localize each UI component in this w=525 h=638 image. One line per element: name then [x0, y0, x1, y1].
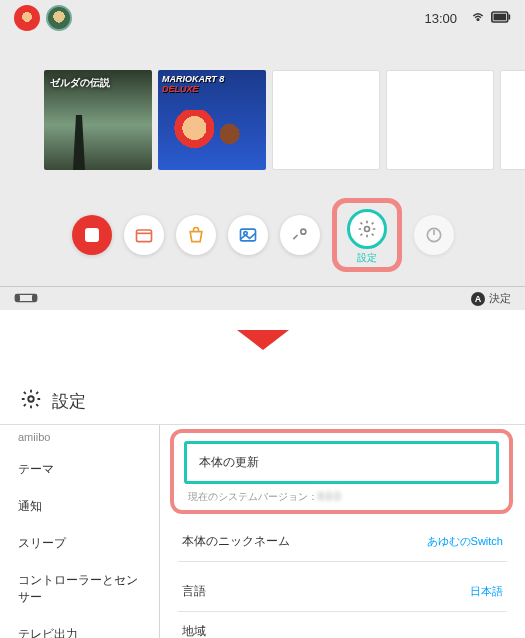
- status-bar: 13:00: [0, 0, 525, 36]
- system-update-row[interactable]: 本体の更新: [184, 441, 499, 484]
- arrow-divider: [0, 310, 525, 378]
- home-screen: 13:00 ゼルダの伝説 MARIOKART 8DELUXE: [0, 0, 525, 310]
- sidebar-item-theme[interactable]: テーマ: [0, 451, 159, 488]
- user-avatar-link[interactable]: [46, 5, 72, 31]
- game-tile-empty[interactable]: [386, 70, 494, 170]
- svg-rect-4: [136, 230, 151, 242]
- confirm-guide: A 決定: [471, 291, 511, 306]
- settings-label: 設定: [357, 251, 377, 265]
- online-button[interactable]: [72, 215, 112, 255]
- dock: 設定: [0, 180, 525, 286]
- footer-bar: A 決定: [0, 286, 525, 310]
- row-value: 日本語: [470, 584, 503, 599]
- svg-rect-11: [15, 294, 20, 301]
- sidebar-item-sleep[interactable]: スリープ: [0, 525, 159, 562]
- down-arrow-icon: [237, 330, 289, 350]
- settings-sidebar: amiibo テーマ 通知 スリープ コントローラーとセンサー テレビ出力 本体: [0, 425, 160, 638]
- game-title: MARIOKART 8DELUXE: [162, 74, 224, 94]
- version-text: 現在のシステムバージョン：8.0.0: [184, 490, 499, 504]
- page-title: 設定: [52, 390, 86, 413]
- clock: 13:00: [424, 11, 457, 26]
- sidebar-item-amiibo[interactable]: amiibo: [0, 427, 159, 451]
- controllers-button[interactable]: [280, 215, 320, 255]
- region-row[interactable]: 地域: [160, 612, 525, 638]
- svg-point-13: [28, 396, 34, 402]
- language-row[interactable]: 言語 日本語: [160, 572, 525, 611]
- settings-body: amiibo テーマ 通知 スリープ コントローラーとセンサー テレビ出力 本体…: [0, 425, 525, 638]
- settings-screen: 設定 amiibo テーマ 通知 スリープ コントローラーとセンサー テレビ出力…: [0, 378, 525, 638]
- sidebar-item-tv[interactable]: テレビ出力: [0, 616, 159, 638]
- game-tile-zelda[interactable]: ゼルダの伝説: [44, 70, 152, 170]
- settings-button[interactable]: [347, 209, 387, 249]
- user-avatar-mario[interactable]: [14, 5, 40, 31]
- settings-header: 設定: [0, 378, 525, 425]
- news-button[interactable]: [124, 215, 164, 255]
- game-tile-empty[interactable]: [272, 70, 380, 170]
- settings-highlight: 設定: [332, 198, 402, 272]
- svg-point-0: [477, 19, 479, 21]
- sidebar-item-notify[interactable]: 通知: [0, 488, 159, 525]
- eshop-button[interactable]: [176, 215, 216, 255]
- svg-rect-2: [494, 14, 507, 21]
- battery-icon: [491, 9, 511, 27]
- wifi-icon: [471, 9, 485, 27]
- game-title: ゼルダの伝説: [50, 76, 110, 90]
- album-button[interactable]: [228, 215, 268, 255]
- gear-icon: [20, 388, 42, 414]
- svg-point-7: [300, 229, 305, 234]
- row-label: 本体のニックネーム: [182, 533, 290, 550]
- a-button-icon: A: [471, 292, 485, 306]
- svg-rect-3: [509, 15, 511, 20]
- update-label: 本体の更新: [199, 454, 484, 471]
- svg-point-8: [364, 227, 369, 232]
- update-highlight: 本体の更新 現在のシステムバージョン：8.0.0: [170, 429, 513, 514]
- power-button[interactable]: [414, 215, 454, 255]
- settings-content: 本体の更新 現在のシステムバージョン：8.0.0 本体のニックネーム あゆむのS…: [160, 425, 525, 638]
- game-tile-mariokart[interactable]: MARIOKART 8DELUXE: [158, 70, 266, 170]
- row-label: 地域: [182, 623, 206, 638]
- sidebar-item-controllers[interactable]: コントローラーとセンサー: [0, 562, 159, 616]
- nickname-row[interactable]: 本体のニックネーム あゆむのSwitch: [160, 522, 525, 561]
- game-tile-empty[interactable]: [500, 70, 525, 170]
- svg-rect-12: [32, 294, 37, 301]
- row-value: あゆむのSwitch: [427, 534, 503, 549]
- row-label: 言語: [182, 583, 206, 600]
- controller-icon: [14, 292, 38, 306]
- game-tiles: ゼルダの伝説 MARIOKART 8DELUXE: [0, 36, 525, 180]
